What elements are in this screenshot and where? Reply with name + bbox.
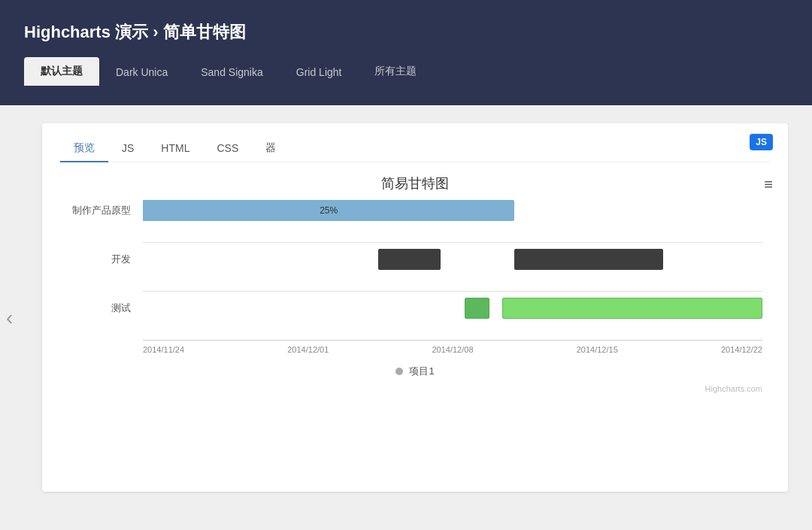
bar-prototype-label: 25%	[143, 200, 514, 221]
tab-grid-light[interactable]: Grid Light	[280, 59, 359, 86]
tab-default[interactable]: 默认主题	[24, 57, 99, 86]
gantt-row-prototype: 制作产品原型 25%	[68, 200, 762, 221]
legend-dot	[395, 368, 403, 375]
divider-2	[143, 291, 762, 292]
gantt-track-prototype: 25%	[143, 200, 762, 221]
bar-test-small	[465, 298, 489, 319]
tab-dark-unica[interactable]: Dark Unica	[99, 59, 184, 86]
date-label-3: 2014/12/15	[577, 345, 618, 354]
date-label-4: 2014/12/22	[721, 345, 762, 354]
gantt-label-dev: 开发	[68, 253, 143, 266]
bar-prototype-light: 25%	[143, 200, 514, 221]
inner-tab-css[interactable]: CSS	[203, 136, 252, 162]
gantt-label-test: 测试	[68, 301, 143, 315]
chart-title: 简易甘特图	[60, 174, 770, 192]
left-arrow[interactable]: ‹	[6, 306, 13, 330]
gantt-track-test	[143, 298, 762, 319]
main-content: ‹ 预览 JS HTML CSS 器 JS 简易甘特图 ≡ 制作产品原型	[0, 105, 812, 530]
gantt-row-test: 测试	[68, 298, 762, 319]
tab-all-themes[interactable]: 所有主题	[358, 57, 433, 86]
tab-sand-signika[interactable]: Sand Signika	[184, 59, 280, 86]
chart-container: 预览 JS HTML CSS 器 JS 简易甘特图 ≡ 制作产品原型 25%	[42, 123, 788, 492]
inner-tab-widget[interactable]: 器	[252, 135, 289, 162]
watermark: Highcharts.com	[68, 384, 762, 393]
hamburger-menu[interactable]: ≡	[764, 176, 773, 193]
date-axis: 2014/11/24 2014/12/01 2014/12/08 2014/12…	[143, 340, 762, 354]
bar-dev-1	[378, 249, 440, 270]
inner-tab-preview[interactable]: 预览	[60, 135, 108, 162]
legend-label: 项目1	[409, 365, 434, 378]
theme-tabs: 默认主题 Dark Unica Sand Signika Grid Light …	[24, 57, 788, 86]
gantt-track-dev	[143, 249, 762, 270]
chart-legend: 项目1	[68, 365, 762, 378]
inner-tabs: 预览 JS HTML CSS 器	[60, 135, 770, 162]
bar-dev-2	[514, 249, 663, 270]
inner-tab-js[interactable]: JS	[108, 136, 147, 162]
date-label-2: 2014/12/08	[432, 345, 473, 354]
header: Highcharts 演示 › 简单甘特图 默认主题 Dark Unica Sa…	[0, 0, 812, 105]
divider-1	[143, 242, 762, 243]
gantt-row-dev: 开发	[68, 249, 762, 270]
date-label-0: 2014/11/24	[143, 345, 184, 354]
date-label-1: 2014/12/01	[287, 345, 329, 354]
page-title: Highcharts 演示 › 简单甘特图	[24, 14, 788, 44]
js-badge[interactable]: JS	[750, 134, 773, 150]
gantt-label-prototype: 制作产品原型	[68, 204, 143, 217]
inner-tab-html[interactable]: HTML	[147, 136, 203, 162]
bar-test-large	[502, 298, 762, 319]
gantt-area: 制作产品原型 25% 开发	[60, 200, 770, 393]
